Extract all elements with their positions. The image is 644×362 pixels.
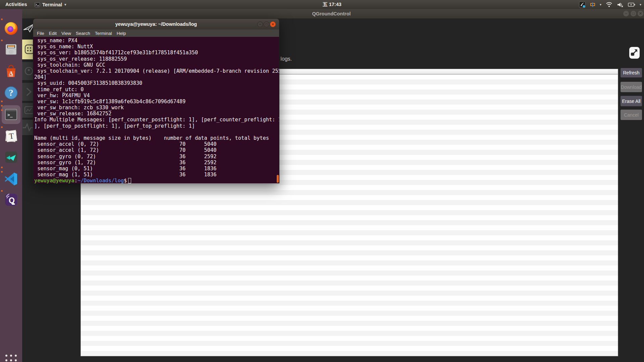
gnome-top-bar: Activities Terminal ▾ 五 17:43 ▾ ▾ — [0, 0, 644, 9]
dock-item-qgroundcontrol[interactable]: Q — [3, 192, 19, 208]
log-table-stripe — [81, 210, 618, 215]
log-table-stripe — [81, 326, 618, 331]
terminal-menu-file[interactable]: File — [35, 31, 47, 36]
dock-item-terminal[interactable]: >_ — [2, 105, 20, 124]
running-indicator-dot — [1, 190, 3, 192]
terminal-maximize-button[interactable]: □ — [264, 21, 269, 27]
dock-item-help[interactable]: ? — [3, 85, 19, 101]
running-indicator-dot — [1, 40, 3, 41]
dock-item-ubuntu-software[interactable]: A — [3, 63, 19, 79]
terminal-titlebar[interactable]: yewuya@yewuya: ~/Downloads/log – □ ✕ — [33, 18, 279, 29]
battery-icon[interactable] — [628, 2, 635, 7]
terminal-output-line: ver_sw_release: 16842752 — [34, 111, 279, 117]
terminal-output-line: sys_toolchain: GNU GCC — [34, 62, 279, 68]
log-table-stripe — [81, 301, 618, 306]
desktop: QGroundControl – □ ✕ Click Refresh to ge… — [0, 0, 644, 362]
terminal-output-line: sensor_mag (0, 51) 36 1836 — [34, 166, 279, 172]
popout-icon[interactable] — [629, 47, 640, 59]
log-table-stripe — [81, 321, 618, 326]
log-table-stripe — [81, 205, 618, 210]
activities-button[interactable]: Activities — [5, 0, 27, 9]
terminal-output-line: ver_sw_branch: zcb_s330_work — [34, 105, 279, 111]
terminal-output-line: sys_os_name: NuttX — [34, 44, 279, 50]
terminal-output-line: time_ref_utc: 0 — [34, 86, 279, 93]
terminal-prompt: yewuya@yewuya:~/Downloads/log$ — [34, 178, 279, 183]
log-table-stripe — [81, 270, 618, 276]
log-table-stripe — [81, 286, 618, 291]
running-indicator-dot — [1, 105, 3, 107]
terminal-output-line: sensor_accel (1, 72) 70 5040 — [34, 147, 279, 153]
log-table-stripe — [81, 351, 618, 356]
terminal-output-line: sys_uuid: 0045003F3138510B38393830 — [34, 80, 279, 86]
terminal-output-line: ], [perf_top_postflight: 1], [perf_top_p… — [34, 123, 279, 129]
log-table-stripe — [81, 230, 618, 235]
qgc-window-titlebar: QGroundControl – □ ✕ — [22, 9, 644, 18]
cancel-button: Cancel — [621, 110, 642, 120]
terminal-minimize-button[interactable]: – — [257, 21, 263, 27]
log-table-stripe — [81, 346, 618, 351]
terminal-mini-icon — [35, 2, 40, 7]
qgc-maximize-button[interactable]: □ — [631, 11, 636, 16]
qgc-window-title: QGroundControl — [312, 9, 351, 18]
terminal-output-line: sys_os_ver_release: 118882559 — [34, 56, 279, 62]
terminal-output[interactable]: sys_name: PX4 sys_os_name: NuttX sys_os_… — [33, 37, 279, 183]
chinese-input-icon[interactable] — [590, 2, 595, 7]
log-table-stripe — [81, 255, 618, 260]
log-table-stripe — [81, 341, 618, 346]
terminal-output-line: sensor_mag (1, 51) 36 1836 — [34, 172, 279, 178]
log-table-stripe — [81, 291, 618, 296]
terminal-menu-help[interactable]: Help — [114, 31, 128, 36]
terminal-output-line: sensor_gyro (1, 72) 36 2592 — [34, 160, 279, 166]
input-method-icon[interactable] — [579, 1, 586, 8]
terminal-output-line: sys_name: PX4 — [34, 38, 279, 44]
log-table-stripe — [81, 296, 618, 301]
app-menu-label: Terminal — [42, 2, 62, 7]
clock[interactable]: 五 17:43 — [323, 0, 341, 9]
terminal-close-button[interactable]: ✕ — [270, 21, 276, 27]
qgc-close-button[interactable]: ✕ — [638, 11, 643, 16]
volume-muted-icon[interactable] — [617, 2, 624, 7]
dock-item-firefox[interactable] — [3, 20, 19, 36]
log-table-stripe — [81, 245, 618, 250]
show-applications-button[interactable] — [4, 353, 18, 362]
log-table-stripe — [81, 265, 618, 270]
terminal-window-title: yewuya@yewuya: ~/Downloads/log — [115, 19, 197, 30]
refresh-button[interactable]: Refresh — [621, 68, 642, 77]
chevron-down-icon: ▾ — [640, 3, 641, 6]
running-indicator-dot — [1, 101, 3, 102]
log-table-stripe — [81, 240, 618, 245]
dock: A?>_TQ — [0, 9, 22, 362]
terminal-window: yewuya@yewuya: ~/Downloads/log – □ ✕ Fil… — [33, 18, 279, 183]
terminal-scrollbar-thumb[interactable] — [277, 175, 279, 183]
system-status-area[interactable]: ▾ ▾ — [579, 0, 641, 9]
log-table-stripe — [81, 200, 618, 205]
log-table-stripe — [81, 190, 618, 195]
app-menu-terminal[interactable]: Terminal ▾ — [35, 0, 66, 9]
running-indicator-dot — [1, 171, 3, 173]
terminal-menu-terminal[interactable]: Terminal — [93, 31, 114, 36]
terminal-menu-search[interactable]: Search — [73, 31, 93, 36]
terminal-output-line: ver_sw: 1c1cfb919c5c8f1389a6fe63b4c86c70… — [34, 99, 279, 105]
log-table-stripe — [81, 336, 618, 341]
terminal-menu-edit[interactable]: Edit — [47, 31, 59, 36]
terminal-menu-view[interactable]: View — [59, 31, 73, 36]
terminal-output-line: Name (multi id, message size in bytes) n… — [34, 135, 279, 141]
svg-text:A: A — [9, 70, 13, 76]
terminal-output-line: sensor_accel (0, 72) 70 5040 — [34, 141, 279, 147]
wifi-icon[interactable] — [606, 2, 612, 7]
running-indicator-dot — [1, 126, 3, 128]
svg-text:?: ? — [9, 88, 13, 98]
log-table-stripe — [81, 235, 618, 240]
erase-all-button[interactable]: Erase All — [621, 96, 642, 106]
qgc-minimize-button[interactable]: – — [623, 11, 629, 16]
terminal-output-line: Info Multiple Messages: [perf_counter_po… — [34, 117, 279, 123]
dock-item-text-editor[interactable]: T — [3, 128, 19, 144]
dock-item-vscode[interactable] — [3, 171, 19, 187]
log-table-stripe — [81, 220, 618, 225]
running-indicator-dot — [1, 18, 3, 20]
log-table-stripe — [81, 260, 618, 265]
dock-item-tabby[interactable] — [3, 149, 19, 165]
log-table-stripe — [81, 195, 618, 200]
dock-item-files[interactable] — [3, 41, 19, 57]
chevron-down-icon: ▾ — [600, 3, 601, 6]
